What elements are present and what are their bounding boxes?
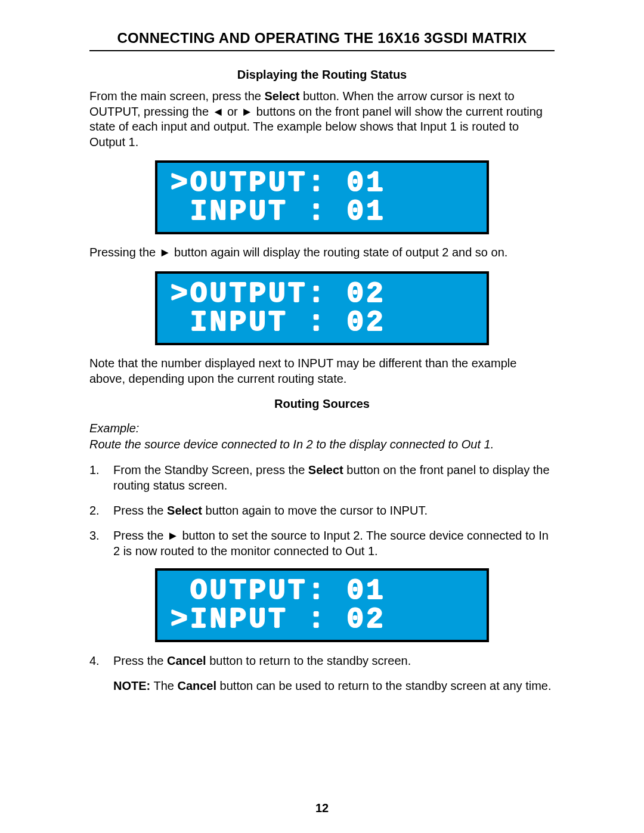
paragraph-note-input: Note that the number displayed next to I… <box>89 356 555 386</box>
lcd-display-3: OUTPUT: 01 >INPUT : 02 <box>155 568 489 642</box>
bold-select: Select <box>167 504 202 517</box>
section-heading-routing-status: Displaying the Routing Status <box>89 68 555 82</box>
step-4: 4. Press the Cancel button to return to … <box>89 653 555 668</box>
lcd-line: INPUT : 02 <box>157 308 487 337</box>
step-number: 2. <box>89 503 113 518</box>
step-number: 4. <box>89 653 113 668</box>
bold-select: Select <box>264 89 299 103</box>
step-2: 2. Press the Select button again to move… <box>89 503 555 518</box>
lcd-line: >OUTPUT: 02 <box>157 280 487 308</box>
text: From the main screen, press the <box>89 89 264 103</box>
lcd-line: OUTPUT: 01 <box>157 577 487 605</box>
step-body: Press the ► button to set the source to … <box>113 528 555 559</box>
document-page: CONNECTING AND OPERATING THE 16X16 3GSDI… <box>0 0 644 833</box>
note-block: NOTE: The Cancel button can be used to r… <box>113 678 555 693</box>
step-body: Press the Cancel button to return to the… <box>113 653 555 668</box>
step-number: 1. <box>89 462 113 493</box>
example-description: Route the source device connected to In … <box>89 438 555 451</box>
lcd-line: INPUT : 01 <box>157 197 487 226</box>
text: button again to move the cursor to INPUT… <box>202 504 428 517</box>
lcd-line: >INPUT : 02 <box>157 605 487 634</box>
text: Press the <box>113 654 167 667</box>
text: button can be used to return to the stan… <box>216 679 551 692</box>
bold-select: Select <box>308 463 343 476</box>
step-body: Press the Select button again to move th… <box>113 503 555 518</box>
page-number: 12 <box>0 801 644 815</box>
step-body: From the Standby Screen, press the Selec… <box>113 462 555 493</box>
text: Press the <box>113 504 167 517</box>
note-label: NOTE: <box>113 679 150 692</box>
text: button to return to the standby screen. <box>206 654 411 667</box>
bold-cancel: Cancel <box>177 679 216 692</box>
text: Press the ► button to set the source to … <box>113 529 549 558</box>
paragraph-press-next: Pressing the ► button again will display… <box>89 245 555 261</box>
lcd-line: >OUTPUT: 01 <box>157 169 487 197</box>
lcd-display-1: >OUTPUT: 01 INPUT : 01 <box>155 160 489 234</box>
page-title: CONNECTING AND OPERATING THE 16X16 3GSDI… <box>89 30 555 47</box>
step-1: 1. From the Standby Screen, press the Se… <box>89 462 555 493</box>
text: From the Standby Screen, press the <box>113 463 308 476</box>
paragraph-intro: From the main screen, press the Select b… <box>89 89 555 150</box>
lcd-display-2: >OUTPUT: 02 INPUT : 02 <box>155 271 489 345</box>
title-underline <box>89 50 555 51</box>
text: The <box>150 679 177 692</box>
bold-cancel: Cancel <box>167 654 206 667</box>
example-label: Example: <box>89 422 555 435</box>
step-number: 3. <box>89 528 113 559</box>
step-3: 3. Press the ► button to set the source … <box>89 528 555 559</box>
section-heading-routing-sources: Routing Sources <box>89 397 555 411</box>
